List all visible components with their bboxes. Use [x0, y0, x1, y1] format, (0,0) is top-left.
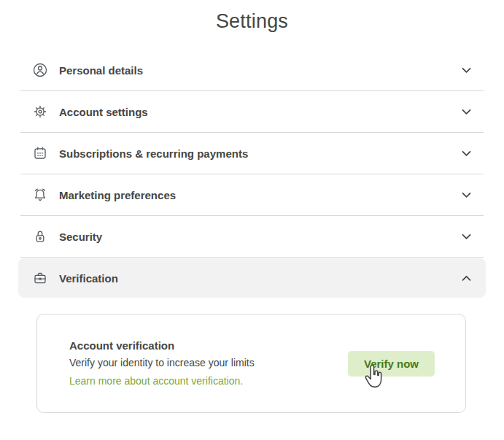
verification-description: Verify your identity to increase your li…: [69, 357, 348, 368]
accordion-label: Security: [59, 231, 102, 243]
settings-accordion: Personal details: [20, 50, 484, 298]
chevron-down-icon: [462, 150, 471, 157]
accordion-row-subscriptions[interactable]: Subscriptions & recurring payments: [20, 133, 484, 174]
briefcase-icon: [33, 271, 47, 285]
calendar-icon: [33, 146, 47, 161]
lock-icon: [33, 229, 47, 244]
learn-more-link[interactable]: Learn more about account verification.: [69, 375, 243, 387]
page-title: Settings: [0, 10, 504, 33]
chevron-up-icon: [462, 275, 471, 282]
verify-now-button[interactable]: Verify now: [348, 351, 435, 377]
accordion-label: Subscriptions & recurring payments: [59, 147, 248, 160]
accordion-row-security[interactable]: Security: [20, 216, 484, 258]
accordion-label: Marketing preferences: [59, 189, 176, 201]
verification-panel: Account verification Verify your identit…: [36, 314, 466, 413]
settings-page: Settings Personal details: [0, 0, 504, 440]
chevron-down-icon: [462, 233, 471, 240]
verification-panel-text: Account verification Verify your identit…: [69, 339, 348, 387]
accordion-row-verification[interactable]: Verification: [18, 258, 486, 298]
gear-icon: [33, 104, 47, 119]
accordion-label: Personal details: [59, 64, 143, 77]
verify-button-wrap: Verify now: [348, 351, 435, 377]
accordion-label: Account settings: [59, 106, 148, 118]
verification-heading: Account verification: [69, 339, 348, 352]
chevron-down-icon: [462, 192, 471, 198]
accordion-row-personal-details[interactable]: Personal details: [20, 50, 484, 91]
person-icon: [33, 63, 47, 77]
bell-icon: [33, 188, 47, 202]
chevron-down-icon: [462, 109, 471, 115]
accordion-row-marketing-preferences[interactable]: Marketing preferences: [20, 174, 484, 216]
accordion-row-account-settings[interactable]: Account settings: [20, 91, 484, 133]
chevron-down-icon: [462, 67, 471, 74]
accordion-label: Verification: [59, 272, 118, 285]
